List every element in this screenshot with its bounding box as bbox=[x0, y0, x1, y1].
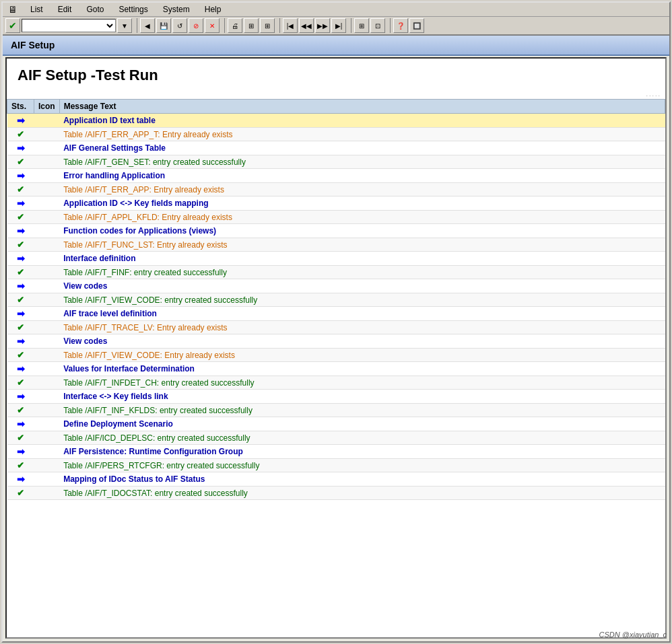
icon-cell bbox=[34, 487, 60, 500]
layout-btn[interactable]: ⊡ bbox=[370, 18, 385, 33]
table-row: ➡AIF trace level definition bbox=[7, 307, 665, 321]
message-cell: Table /AIF/T_ERR_APP_T: Entry already ex… bbox=[59, 128, 665, 141]
check-icon: ✔ bbox=[17, 157, 24, 167]
back-button[interactable]: ✔ bbox=[5, 18, 20, 33]
table-row: ✔Table /AIF/T_GEN_SET: entry created suc… bbox=[7, 155, 665, 169]
icon-cell bbox=[34, 252, 60, 266]
check-icon: ✔ bbox=[17, 433, 24, 443]
icon-cell bbox=[34, 334, 60, 349]
table-row: ➡AIF General Settings Table bbox=[7, 141, 665, 155]
message-cell: Interface <-> Key fields link bbox=[59, 390, 665, 404]
icon-cell bbox=[34, 417, 60, 431]
status-cell: ✔ bbox=[7, 349, 34, 362]
table-row: ✔Table /AIF/T_IDOCSTAT: entry created su… bbox=[7, 487, 665, 500]
table-row: ➡Function codes for Applications (views) bbox=[7, 224, 665, 238]
sep4 bbox=[349, 18, 351, 33]
status-cell: ➡ bbox=[7, 307, 34, 321]
arrow-icon: ➡ bbox=[17, 225, 25, 236]
icon-cell bbox=[34, 196, 60, 211]
message-cell: Table /AIF/PERS_RTCFGR: entry created su… bbox=[59, 459, 665, 472]
icon-cell bbox=[34, 321, 60, 334]
icon-cell bbox=[34, 279, 60, 293]
menu-goto[interactable]: Goto bbox=[84, 4, 106, 15]
message-cell: Error handling Application bbox=[59, 169, 665, 183]
icon-cell bbox=[34, 114, 60, 128]
page-next-btn[interactable]: ▶▶ bbox=[315, 18, 330, 33]
help-btn[interactable]: ❓ bbox=[393, 18, 408, 33]
menu-system[interactable]: System bbox=[161, 4, 192, 15]
message-cell: Table /AIF/T_IDOCSTAT: entry created suc… bbox=[59, 487, 665, 500]
table-row: ➡Error handling Application bbox=[7, 169, 665, 183]
status-cell: ➡ bbox=[7, 114, 34, 128]
status-cell: ➡ bbox=[7, 362, 34, 376]
menu-settings[interactable]: Settings bbox=[116, 4, 149, 15]
table-row: ✔Table /AIF/T_FUNC_LST: Entry already ex… bbox=[7, 238, 665, 252]
refresh-btn[interactable]: ↺ bbox=[172, 18, 187, 33]
arrow-icon: ➡ bbox=[17, 253, 25, 264]
check-icon: ✔ bbox=[17, 184, 24, 194]
status-cell: ✔ bbox=[7, 459, 34, 472]
check-icon: ✔ bbox=[17, 350, 24, 360]
find-btn[interactable]: ⊞ bbox=[244, 18, 259, 33]
icon-cell bbox=[34, 390, 60, 404]
dropdown-btn[interactable]: ▼ bbox=[117, 18, 132, 33]
sep3 bbox=[277, 18, 280, 33]
content-panel: AIF Setup -Test Run ..... Sts. Icon Mess… bbox=[5, 57, 667, 639]
cust-btn[interactable]: 🔲 bbox=[409, 18, 424, 33]
resize-handle: ..... bbox=[7, 90, 665, 99]
stop-btn[interactable]: ⊘ bbox=[189, 18, 203, 33]
status-cell: ✔ bbox=[7, 266, 34, 279]
table-row: ➡Interface <-> Key fields link bbox=[7, 390, 665, 404]
status-cell: ➡ bbox=[7, 169, 34, 183]
arrow-icon: ➡ bbox=[17, 363, 25, 374]
status-cell: ✔ bbox=[7, 376, 34, 390]
status-cell: ✔ bbox=[7, 321, 34, 334]
table-row: ✔Table /AIF/T_ERR_APP: Entry already exi… bbox=[7, 183, 665, 196]
icon-cell bbox=[34, 349, 60, 362]
icon-cell bbox=[34, 224, 60, 238]
menu-list[interactable]: List bbox=[28, 4, 45, 15]
check-icon: ✔ bbox=[17, 295, 24, 305]
message-cell: Table /AIF/T_INFDET_CH: entry created su… bbox=[59, 376, 665, 390]
message-cell: Application ID <-> Key fields mapping bbox=[59, 196, 665, 211]
col-header-message: Message Text bbox=[59, 100, 665, 114]
message-cell: Table /AIF/T_VIEW_CODE: entry created su… bbox=[59, 293, 665, 307]
table-row: ✔Table /AIF/T_INF_KFLDS: entry created s… bbox=[7, 404, 665, 417]
icon-cell bbox=[34, 141, 60, 155]
print-btn[interactable]: 🖨 bbox=[228, 18, 242, 33]
status-cell: ➡ bbox=[7, 390, 34, 404]
check-icon: ✔ bbox=[17, 488, 24, 498]
find2-btn[interactable]: ⊞ bbox=[260, 18, 275, 33]
arrow-icon: ➡ bbox=[17, 391, 25, 402]
icon-cell bbox=[34, 431, 60, 445]
message-cell: Table /AIF/T_ERR_APP: Entry already exis… bbox=[59, 183, 665, 196]
page-prev-btn[interactable]: ◀◀ bbox=[299, 18, 314, 33]
status-cell: ➡ bbox=[7, 196, 34, 211]
menu-edit[interactable]: Edit bbox=[56, 4, 74, 15]
window-icon: 🖥 bbox=[8, 4, 18, 15]
cancel-btn[interactable]: ✕ bbox=[205, 18, 220, 33]
table-row: ➡Mapping of IDoc Status to AIF Status bbox=[7, 472, 665, 487]
grid-btn[interactable]: ⊞ bbox=[354, 18, 369, 33]
icon-cell bbox=[34, 376, 60, 390]
message-cell: Values for Interface Determination bbox=[59, 362, 665, 376]
page-last-btn[interactable]: ▶| bbox=[331, 18, 346, 33]
table-row: ✔Table /AIF/T_INFDET_CH: entry created s… bbox=[7, 376, 665, 390]
col-header-sts: Sts. bbox=[7, 100, 34, 114]
arrow-icon: ➡ bbox=[17, 446, 25, 457]
message-cell: Mapping of IDoc Status to AIF Status bbox=[59, 472, 665, 487]
check-icon: ✔ bbox=[17, 212, 24, 222]
col-header-icon: Icon bbox=[34, 100, 60, 114]
page-first-btn[interactable]: |◀ bbox=[283, 18, 298, 33]
icon-cell bbox=[34, 307, 60, 321]
message-cell: AIF trace level definition bbox=[59, 307, 665, 321]
command-input[interactable] bbox=[22, 19, 116, 32]
icon-cell bbox=[34, 266, 60, 279]
message-cell: AIF General Settings Table bbox=[59, 141, 665, 155]
save-btn[interactable]: 💾 bbox=[156, 18, 171, 33]
table-row: ✔Table /AIF/ICD_DEPLSC: entry created su… bbox=[7, 431, 665, 445]
menu-help[interactable]: Help bbox=[203, 4, 224, 15]
table-row: ➡Define Deployment Scenario bbox=[7, 417, 665, 431]
icon-cell bbox=[34, 362, 60, 376]
prev-btn[interactable]: ◀ bbox=[140, 18, 155, 33]
